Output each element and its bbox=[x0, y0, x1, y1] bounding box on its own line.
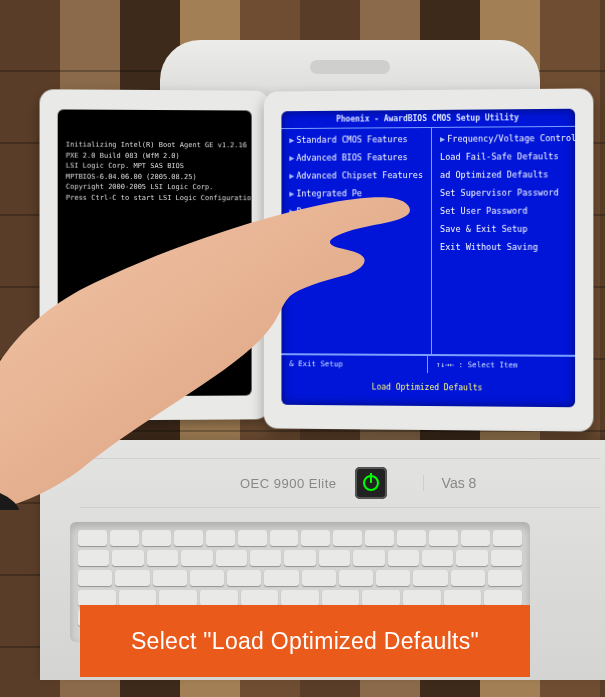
menu-load-optimized-defaults[interactable]: ad Optimized Defaults bbox=[440, 169, 575, 180]
menu-power-management[interactable]: ▶Po bbox=[289, 206, 423, 216]
bios-right-column: ▶Frequency/Voltage Control Load Fail-Saf… bbox=[432, 127, 575, 355]
menu-save-exit[interactable]: Save & Exit Setup bbox=[440, 224, 575, 234]
menu-advanced-bios[interactable]: ▶Advanced BIOS Features bbox=[289, 152, 423, 163]
menu-standard-cmos[interactable]: ▶Standard CMOS Features bbox=[289, 134, 423, 145]
boot-line: PXE 2.0 Build 083 (WfM 2.0) bbox=[66, 150, 244, 161]
boot-line: Initializing Intel(R) Boot Agent GE v1.2… bbox=[66, 140, 244, 151]
vas-label: Vas 8 bbox=[423, 475, 477, 491]
instruction-caption: Select "Load Optimized Defaults" bbox=[80, 605, 530, 677]
bios-screen[interactable]: Phoenix - AwardBIOS CMOS Setup Utility ▶… bbox=[281, 109, 575, 408]
bios-menu-body: ▶Standard CMOS Features ▶Advanced BIOS F… bbox=[281, 126, 575, 356]
left-monitor: Initializing Intel(R) Boot Agent GE v1.2… bbox=[40, 89, 270, 420]
help-right: ↑↓→← : Select Item bbox=[427, 356, 575, 374]
control-strip: OEC 9900 Elite Vas 8 bbox=[80, 458, 600, 508]
help-left: & Exit Setup bbox=[281, 355, 427, 373]
boot-line: Copyright 2000-2005 LSI Logic Corp. bbox=[66, 182, 244, 193]
medical-workstation: Initializing Intel(R) Boot Agent GE v1.2… bbox=[60, 40, 605, 640]
monitor-row: Initializing Intel(R) Boot Agent GE v1.2… bbox=[40, 90, 605, 450]
right-monitor: Phoenix - AwardBIOS CMOS Setup Utility ▶… bbox=[264, 88, 594, 431]
menu-integrated-peripherals[interactable]: ▶Integrated Pe bbox=[289, 188, 423, 198]
menu-load-failsafe[interactable]: Load Fail-Safe Defaults bbox=[440, 151, 575, 162]
bios-left-column: ▶Standard CMOS Features ▶Advanced BIOS F… bbox=[281, 128, 432, 354]
boot-line: MPTBIOS-6.04.06.00 (2005.08.25) bbox=[66, 171, 244, 182]
boot-screen: Initializing Intel(R) Boot Agent GE v1.2… bbox=[58, 109, 252, 396]
bios-description: Load Optimized Defaults bbox=[281, 372, 575, 407]
menu-exit-no-save[interactable]: Exit Without Saving bbox=[440, 242, 575, 252]
menu-frequency-voltage[interactable]: ▶Frequency/Voltage Control bbox=[440, 133, 575, 144]
bios-help-bar: & Exit Setup ↑↓→← : Select Item bbox=[281, 354, 575, 374]
menu-supervisor-password[interactable]: Set Supervisor Password bbox=[440, 187, 575, 198]
menu-user-password[interactable]: Set User Password bbox=[440, 206, 575, 216]
power-button[interactable] bbox=[355, 467, 387, 499]
model-label: OEC 9900 Elite bbox=[80, 476, 337, 491]
boot-line: Press Ctrl-C to start LSI Logic Configur… bbox=[66, 192, 244, 203]
power-icon bbox=[363, 475, 379, 491]
menu-advanced-chipset[interactable]: ▶Advanced Chipset Features bbox=[289, 170, 423, 181]
caption-text: Select "Load Optimized Defaults" bbox=[131, 628, 479, 655]
boot-line: LSI Logic Corp. MPT SAS BIOS bbox=[66, 161, 244, 172]
